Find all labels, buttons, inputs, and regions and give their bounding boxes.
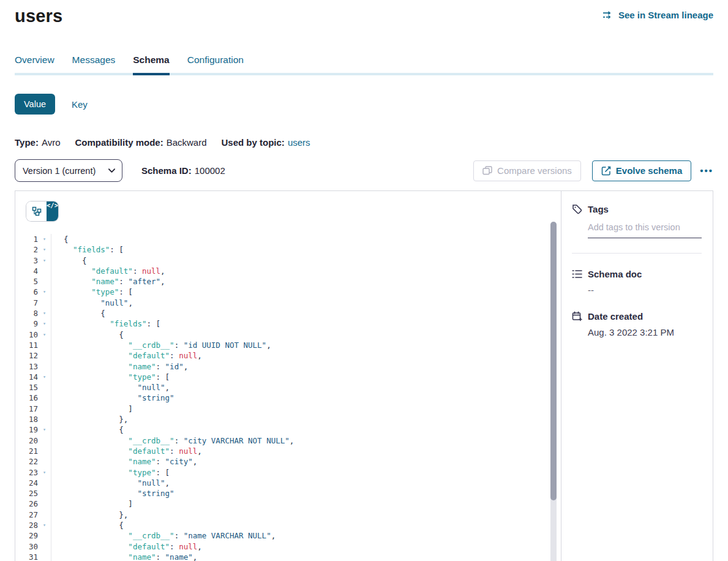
editor-scrollbar-track[interactable] xyxy=(550,222,557,561)
used-by-topic-label: Used by topic: xyxy=(222,137,285,148)
tree-view-button[interactable] xyxy=(26,201,47,221)
code-line: 6▾ "type": [ xyxy=(15,287,561,297)
schema-controls-row: Version 1 (current) Schema ID:100002 Com… xyxy=(15,159,713,182)
evolve-schema-label: Evolve schema xyxy=(616,165,682,176)
schema-id-label: Schema ID: xyxy=(141,165,192,176)
version-select-wrap: Version 1 (current) xyxy=(15,159,122,182)
code-line: 15 "null", xyxy=(15,382,561,393)
line-number: 31 xyxy=(15,552,38,561)
code-text: { xyxy=(51,255,87,266)
code-text: "default": null, xyxy=(51,350,202,361)
tab-overview[interactable]: Overview xyxy=(15,55,54,73)
schema-id-field: Schema ID:100002 xyxy=(141,165,225,176)
line-number: 6 xyxy=(15,287,38,297)
line-number: 10 xyxy=(15,329,38,340)
fold-spacer xyxy=(38,530,51,541)
line-number: 20 xyxy=(15,435,38,446)
code-text: ] xyxy=(51,499,133,509)
code-text: { xyxy=(51,308,105,318)
line-number: 17 xyxy=(15,404,38,414)
key-toggle-button[interactable]: Key xyxy=(72,99,88,110)
topic-link-users[interactable]: users xyxy=(288,137,310,148)
fold-toggle-icon[interactable]: ▾ xyxy=(38,520,51,530)
code-text: ] xyxy=(51,404,133,414)
code-line: 25 "string" xyxy=(15,488,561,499)
stream-lineage-label: See in Stream lineage xyxy=(618,10,713,20)
line-number: 8 xyxy=(15,308,38,318)
fold-spacer xyxy=(38,435,51,446)
edit-schema-icon xyxy=(601,166,611,176)
fold-spacer xyxy=(38,446,51,456)
code-line: 1▾{ xyxy=(15,234,561,244)
code-text: "name": "id", xyxy=(51,361,188,372)
fold-toggle-icon[interactable]: ▾ xyxy=(38,467,51,478)
fold-toggle-icon[interactable]: ▾ xyxy=(38,308,51,318)
line-number: 15 xyxy=(15,382,38,393)
fold-toggle-icon[interactable]: ▾ xyxy=(38,255,51,266)
type-field: Type:Avro xyxy=(15,137,60,148)
tab-schema[interactable]: Schema xyxy=(133,55,169,73)
fold-toggle-icon[interactable]: ▾ xyxy=(38,372,51,382)
fold-spacer xyxy=(38,456,51,467)
compare-versions-button[interactable]: Compare versions xyxy=(473,160,581,181)
editor-scrollbar-thumb[interactable] xyxy=(550,222,557,500)
code-line: 20 "__crdb__": "city VARCHAR NOT NULL", xyxy=(15,435,561,446)
line-number: 16 xyxy=(15,393,38,403)
line-number: 7 xyxy=(15,298,38,308)
schema-meta-row: Type:Avro Compatibility mode:Backward Us… xyxy=(15,137,713,148)
fold-spacer xyxy=(38,478,51,488)
stream-lineage-icon xyxy=(602,10,614,20)
value-toggle-button[interactable]: Value xyxy=(15,94,55,115)
code-lines: 1▾{2▾ "fields": [3▾ {4 "default": null,5… xyxy=(15,234,561,561)
add-tags-input[interactable] xyxy=(588,222,702,238)
fold-spacer xyxy=(38,414,51,424)
code-text: "__crdb__": "city VARCHAR NOT NULL", xyxy=(51,435,294,446)
fold-toggle-icon[interactable]: ▾ xyxy=(38,244,51,255)
fold-spacer xyxy=(38,488,51,499)
fold-toggle-icon[interactable]: ▾ xyxy=(38,287,51,297)
fold-spacer xyxy=(38,276,51,287)
code-line: 5 "name": "after", xyxy=(15,276,561,287)
fold-toggle-icon[interactable]: ▾ xyxy=(38,424,51,435)
tab-messages[interactable]: Messages xyxy=(72,55,116,73)
line-number: 4 xyxy=(15,266,38,276)
fold-toggle-icon[interactable]: ▾ xyxy=(38,329,51,340)
version-select[interactable]: Version 1 (current) xyxy=(15,159,122,182)
line-number: 29 xyxy=(15,530,38,541)
schema-doc-value: -- xyxy=(588,285,703,295)
type-value: Avro xyxy=(42,137,61,148)
line-number: 19 xyxy=(15,424,38,435)
fold-toggle-icon[interactable]: ▾ xyxy=(38,318,51,329)
code-text: "name": "after", xyxy=(51,276,165,287)
compare-versions-label: Compare versions xyxy=(497,165,572,176)
tag-icon xyxy=(572,204,582,214)
fold-toggle-icon[interactable]: ▾ xyxy=(38,234,51,244)
code-line: 9▾ "fields": [ xyxy=(15,318,561,329)
code-text: }, xyxy=(51,414,128,424)
tree-view-icon xyxy=(32,206,42,216)
line-number: 27 xyxy=(15,510,38,520)
schema-view-toggle: </> xyxy=(26,201,58,221)
tab-configuration[interactable]: Configuration xyxy=(187,55,244,73)
code-text: "__crdb__": "id UUID NOT NULL", xyxy=(51,340,271,350)
see-in-stream-lineage-link[interactable]: See in Stream lineage xyxy=(602,10,713,20)
fold-spacer xyxy=(38,404,51,414)
line-number: 21 xyxy=(15,446,38,456)
fold-spacer xyxy=(38,350,51,361)
used-by-topic-field: Used by topic:users xyxy=(222,137,310,148)
schema-doc-title: Schema doc xyxy=(588,269,642,279)
code-line: 29 "__crdb__": "name VARCHAR NULL", xyxy=(15,530,561,541)
code-line: 19▾ { xyxy=(15,424,561,435)
line-number: 23 xyxy=(15,467,38,478)
line-number: 30 xyxy=(15,541,38,552)
fold-spacer xyxy=(38,552,51,561)
code-text: "string" xyxy=(51,393,174,403)
more-actions-button[interactable]: ••• xyxy=(700,166,713,175)
fold-spacer xyxy=(38,361,51,372)
line-number: 13 xyxy=(15,361,38,372)
evolve-schema-button[interactable]: Evolve schema xyxy=(592,160,691,181)
code-text: "default": null, xyxy=(51,541,202,552)
tab-bar: Overview Messages Schema Configuration xyxy=(15,55,713,75)
fold-spacer xyxy=(38,499,51,509)
code-view-button[interactable]: </> xyxy=(47,201,58,221)
